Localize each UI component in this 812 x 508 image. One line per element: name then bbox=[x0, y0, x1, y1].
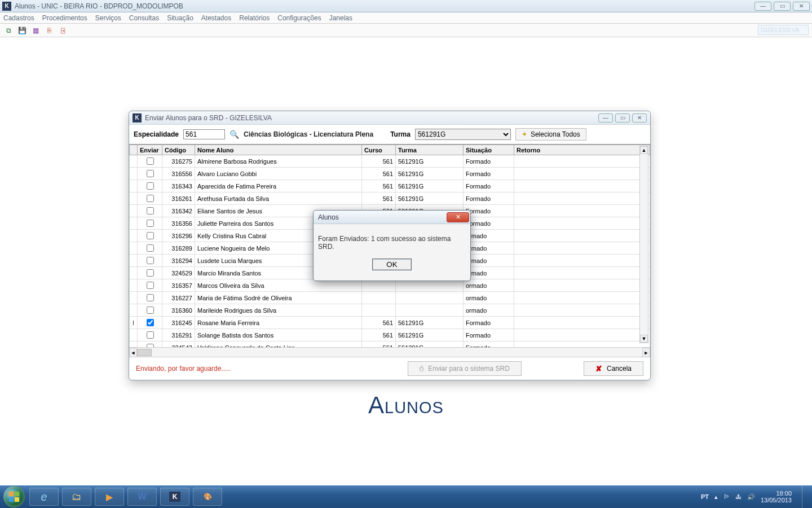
tray-flag-icon[interactable]: 🏳 bbox=[723, 493, 730, 500]
menu-janelas[interactable]: Janelas bbox=[329, 14, 352, 22]
select-all-button[interactable]: ✦ Seleciona Todos bbox=[515, 128, 586, 141]
row-checkbox[interactable] bbox=[147, 182, 154, 190]
col-retorno[interactable]: Retorno bbox=[514, 145, 650, 155]
dialog-close-button[interactable]: ✕ bbox=[447, 212, 469, 222]
row-checkbox[interactable] bbox=[147, 232, 154, 239]
row-checkbox-cell[interactable] bbox=[138, 304, 162, 317]
menu-procedimentos[interactable]: Procedimentos bbox=[42, 14, 87, 22]
tray-clock[interactable]: 18:00 13/05/2013 bbox=[761, 490, 792, 503]
col-curso[interactable]: Curso bbox=[362, 145, 396, 155]
row-checkbox-cell[interactable] bbox=[138, 192, 162, 205]
scroll-thumb[interactable] bbox=[137, 349, 152, 356]
row-checkbox[interactable] bbox=[147, 294, 154, 301]
table-row[interactable]: 316556Alvaro Luciano Gobbi561561291GForm… bbox=[130, 168, 650, 180]
grid-horizontal-scrollbar[interactable]: ◄ ► bbox=[129, 347, 650, 357]
row-checkbox-cell[interactable] bbox=[138, 242, 162, 255]
row-checkbox-cell[interactable] bbox=[138, 329, 162, 341]
menu-cadastros[interactable]: Cadastros bbox=[3, 14, 34, 22]
tray-lang[interactable]: PT bbox=[701, 493, 709, 500]
row-checkbox[interactable] bbox=[147, 306, 154, 314]
tray-sound-icon[interactable]: 🔊 bbox=[747, 493, 755, 501]
row-checkbox[interactable] bbox=[147, 319, 154, 326]
row-checkbox-cell[interactable] bbox=[138, 205, 162, 217]
toolbar-icon-1[interactable]: ⧉ bbox=[3, 25, 14, 36]
table-row[interactable]: 316343Aparecida de Fatima Pereira5615612… bbox=[130, 180, 650, 192]
row-checkbox[interactable] bbox=[147, 331, 154, 339]
show-desktop-button[interactable] bbox=[802, 485, 809, 508]
task-app[interactable]: K bbox=[160, 488, 189, 506]
table-row[interactable]: 316291Solange Batista dos Santos56156129… bbox=[130, 329, 650, 341]
row-checkbox[interactable] bbox=[147, 282, 154, 289]
row-checkbox-cell[interactable] bbox=[138, 317, 162, 329]
task-mediaplayer[interactable]: ▶ bbox=[95, 488, 124, 506]
minimize-button[interactable]: — bbox=[754, 2, 771, 11]
table-row[interactable]: 316261Arethusa Furtada da Silva561561291… bbox=[130, 192, 650, 205]
row-checkbox-cell[interactable] bbox=[138, 168, 162, 180]
row-checkbox-cell[interactable] bbox=[138, 341, 162, 348]
close-button[interactable]: ✕ bbox=[793, 2, 810, 11]
table-row[interactable]: 324542Valdirene Canaverde da Costa Lins5… bbox=[130, 341, 650, 348]
menu-configuracoes[interactable]: Configurações bbox=[277, 14, 321, 22]
col-turma[interactable]: Turma bbox=[396, 145, 464, 155]
menu-relatorios[interactable]: Relatórios bbox=[239, 14, 270, 22]
row-checkbox[interactable] bbox=[147, 170, 154, 177]
toolbar-icon-2[interactable]: 💾 bbox=[17, 25, 27, 36]
col-cursor[interactable] bbox=[130, 145, 138, 155]
row-checkbox-cell[interactable] bbox=[138, 267, 162, 279]
search-icon[interactable]: 🔍 bbox=[230, 130, 239, 139]
row-curso: 561 bbox=[362, 192, 396, 205]
tray-up-icon[interactable]: ▴ bbox=[714, 493, 718, 501]
row-checkbox[interactable] bbox=[147, 269, 154, 277]
toolbar-icon-5[interactable]: ⍈ bbox=[58, 25, 68, 36]
cancel-button[interactable]: ✘ Cancela bbox=[584, 361, 643, 376]
row-checkbox[interactable] bbox=[147, 207, 154, 214]
menu-consultas[interactable]: Consultas bbox=[129, 14, 159, 22]
row-retorno bbox=[514, 292, 650, 304]
tray-network-icon[interactable]: 🖧 bbox=[735, 493, 742, 500]
row-checkbox-cell[interactable] bbox=[138, 255, 162, 267]
table-row[interactable]: 316275Almirene Barbosa Rodrigues56156129… bbox=[130, 155, 650, 168]
especialidade-input[interactable] bbox=[183, 129, 225, 139]
row-checkbox-cell[interactable] bbox=[138, 279, 162, 292]
row-checkbox[interactable] bbox=[147, 244, 154, 252]
col-situacao[interactable]: Situação bbox=[464, 145, 514, 155]
send-button[interactable]: ⎙ Enviar para o sistema SRD bbox=[408, 361, 522, 376]
menu-atestados[interactable]: Atestados bbox=[201, 14, 231, 22]
turma-select[interactable]: 561291G bbox=[415, 129, 511, 140]
row-checkbox[interactable] bbox=[147, 195, 154, 202]
row-checkbox[interactable] bbox=[147, 220, 154, 227]
task-word[interactable]: W bbox=[127, 488, 157, 506]
child-maximize-button[interactable]: ▭ bbox=[615, 113, 630, 122]
task-paint[interactable]: 🎨 bbox=[193, 488, 222, 506]
row-checkbox[interactable] bbox=[147, 157, 154, 165]
row-checkbox-cell[interactable] bbox=[138, 155, 162, 168]
maximize-button[interactable]: ▭ bbox=[774, 2, 791, 11]
toolbar-icon-4[interactable]: ⎘ bbox=[44, 25, 54, 36]
child-close-button[interactable]: ✕ bbox=[632, 113, 647, 122]
scroll-down-icon[interactable]: ▼ bbox=[640, 335, 648, 343]
row-checkbox-cell[interactable] bbox=[138, 230, 162, 242]
menu-situacao[interactable]: Situação bbox=[167, 14, 193, 22]
row-checkbox-cell[interactable] bbox=[138, 292, 162, 304]
row-checkbox-cell[interactable] bbox=[138, 180, 162, 192]
row-cursor bbox=[130, 230, 138, 242]
dialog-ok-button[interactable]: OK bbox=[372, 259, 411, 270]
grid-vertical-scrollbar[interactable]: ▲ ▼ bbox=[639, 146, 648, 343]
task-ie[interactable]: e bbox=[29, 488, 59, 506]
start-button[interactable] bbox=[3, 486, 25, 507]
table-row[interactable]: I316245Rosane Maria Ferreira561561291GFo… bbox=[130, 317, 650, 329]
row-checkbox-cell[interactable] bbox=[138, 217, 162, 230]
task-explorer[interactable]: 🗂 bbox=[62, 488, 91, 506]
col-codigo[interactable]: Código bbox=[162, 145, 195, 155]
toolbar-icon-3[interactable]: ▦ bbox=[30, 25, 41, 36]
row-checkbox[interactable] bbox=[147, 257, 154, 264]
child-minimize-button[interactable]: — bbox=[598, 113, 613, 122]
col-nome[interactable]: Nome Aluno bbox=[195, 145, 362, 155]
table-row[interactable]: 316360Marileide Rodrigues da Silvaormado bbox=[130, 304, 650, 317]
scroll-up-icon[interactable]: ▲ bbox=[640, 146, 648, 154]
scroll-left-icon[interactable]: ◄ bbox=[129, 348, 137, 357]
table-row[interactable]: 316227Maria de Fátima Sodré de Oliveirao… bbox=[130, 292, 650, 304]
col-enviar[interactable]: Enviar bbox=[138, 145, 162, 155]
menu-servicos[interactable]: Serviços bbox=[95, 14, 121, 22]
scroll-right-icon[interactable]: ► bbox=[642, 348, 650, 357]
